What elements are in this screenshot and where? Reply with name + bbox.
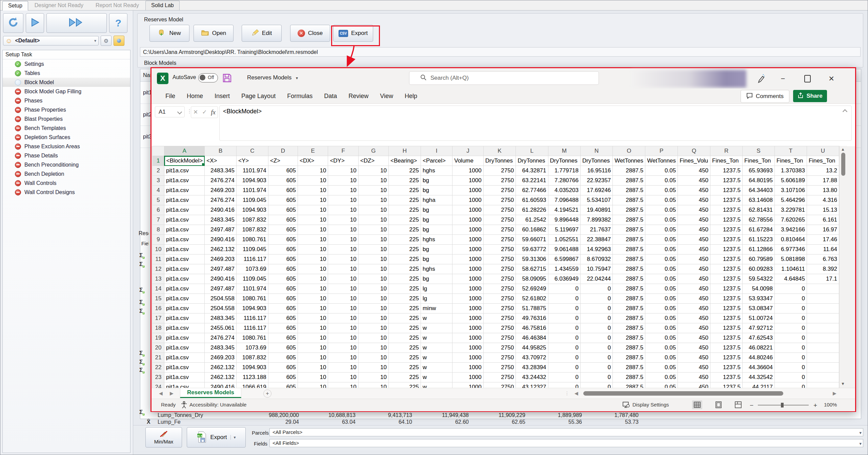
column-header-S[interactable]: S [743, 146, 775, 156]
cell-U22[interactable] [807, 363, 839, 373]
cell-S17[interactable]: 51.00724 [743, 314, 775, 323]
cell-G1[interactable]: <DZ> [358, 156, 388, 166]
cell-A16[interactable]: pit1a.csv [164, 304, 205, 314]
cell-A19[interactable]: pit1a.csv [164, 333, 205, 343]
column-header-N[interactable]: N [580, 146, 612, 156]
cell-C9[interactable]: 1080.761 [237, 235, 268, 245]
cell-U5[interactable]: 4.316 [807, 195, 839, 205]
cell-P13[interactable]: 0.05 [645, 274, 678, 284]
cell-O24[interactable]: 2887.5 [613, 382, 645, 388]
cell-F19[interactable]: 10 [328, 333, 358, 343]
cell-E15[interactable]: 10 [298, 294, 328, 304]
column-header-Q[interactable]: Q [678, 146, 710, 156]
cell-A10[interactable]: pit1a.csv [164, 245, 205, 254]
cell-K15[interactable]: 2750 [483, 294, 516, 304]
cell-E3[interactable]: 10 [298, 176, 328, 186]
cell-P8[interactable]: 0.05 [645, 225, 678, 235]
column-header-M[interactable]: M [548, 146, 580, 156]
splitter-icon[interactable]: ⋮ [565, 391, 569, 396]
cell-N5[interactable]: 5.534107 [580, 195, 612, 205]
cell-U6[interactable]: 15.13 [807, 205, 839, 215]
cell-I13[interactable]: bg [421, 274, 452, 284]
cell-K9[interactable]: 2750 [483, 235, 516, 245]
cell-L11[interactable]: 59.31306 [516, 254, 548, 264]
cell-E12[interactable]: 10 [298, 264, 328, 274]
zoom-level[interactable]: 100% [824, 402, 837, 407]
cell-T24[interactable]: 0 [774, 382, 807, 388]
cell-R20[interactable]: 1237.5 [710, 343, 743, 353]
cell-G5[interactable]: 10 [358, 195, 388, 205]
cell-S23[interactable]: 44.32542 [743, 373, 775, 382]
cell-U15[interactable] [807, 294, 839, 304]
cell-Q20[interactable]: 450 [678, 343, 710, 353]
comments-button[interactable]: Comments [741, 90, 789, 103]
cell-K17[interactable]: 2750 [483, 314, 516, 323]
cell-R2[interactable]: 1237.5 [710, 166, 743, 176]
cell-Q12[interactable]: 450 [678, 264, 710, 274]
row-header-11[interactable]: 11 [153, 254, 164, 264]
cell-U8[interactable]: 16.97 [807, 225, 839, 235]
cell-M7[interactable]: 9.896448 [548, 215, 580, 225]
cell-M3[interactable]: 7.280766 [548, 176, 580, 186]
cell-N6[interactable]: 19.40891 [580, 205, 612, 215]
cell-C15[interactable]: 1080.761 [237, 294, 268, 304]
cell-Q15[interactable]: 450 [678, 294, 710, 304]
ribbon-tab-insert[interactable]: Insert [209, 93, 236, 100]
cell-Q19[interactable]: 450 [678, 333, 710, 343]
cell-R7[interactable]: 1237.5 [710, 215, 743, 225]
cell-H7[interactable]: 225 [389, 215, 421, 225]
cell-N21[interactable]: 0 [580, 353, 612, 363]
cell-C7[interactable]: 1087.832 [237, 215, 268, 225]
cell-L16[interactable]: 51.78875 [516, 304, 548, 314]
ribbon-tab-view[interactable]: View [374, 93, 399, 100]
task-item-blast-properties[interactable]: Blast Properties [3, 114, 130, 124]
save-icon[interactable] [223, 74, 231, 84]
cell-C5[interactable]: 1109.045 [237, 195, 268, 205]
column-header-B[interactable]: B [205, 146, 237, 156]
row-header-14[interactable]: 14 [153, 284, 164, 294]
cell-Q8[interactable]: 450 [678, 225, 710, 235]
cell-L20[interactable]: 44.95825 [516, 343, 548, 353]
cell-T18[interactable]: 0 [774, 323, 807, 333]
cell-P1[interactable]: WetTonnes [645, 156, 678, 166]
cell-K16[interactable]: 2750 [483, 304, 516, 314]
cell-C14[interactable]: 1101.974 [237, 284, 268, 294]
cell-H20[interactable]: 225 [389, 343, 421, 353]
column-header-A[interactable]: A [164, 146, 205, 156]
cell-L14[interactable]: 52.69249 [516, 284, 548, 294]
cell-I8[interactable]: bg [421, 225, 452, 235]
cell-I20[interactable]: w [421, 343, 452, 353]
autosave-toggle[interactable]: Off [198, 73, 218, 82]
cell-R12[interactable]: 1237.5 [710, 264, 743, 274]
cell-L18[interactable]: 46.75816 [516, 323, 548, 333]
cell-T23[interactable]: 0 [774, 373, 807, 382]
cell-L10[interactable]: 59.63772 [516, 245, 548, 254]
cell-C21[interactable]: 1087.832 [237, 353, 268, 363]
cell-E1[interactable]: <DX> [298, 156, 328, 166]
cell-A18[interactable]: pit1a.csv [164, 323, 205, 333]
row-header-18[interactable]: 18 [153, 323, 164, 333]
cell-I16[interactable]: minw [421, 304, 452, 314]
cell-T20[interactable]: 0 [774, 343, 807, 353]
page-layout-view-button[interactable] [713, 400, 724, 409]
cell-O12[interactable]: 2887.5 [613, 264, 645, 274]
cell-G10[interactable]: 10 [358, 245, 388, 254]
cell-O10[interactable]: 2887.5 [613, 245, 645, 254]
help-button[interactable]: ? [109, 13, 127, 33]
cell-K7[interactable]: 2750 [483, 215, 516, 225]
cell-E14[interactable]: 10 [298, 284, 328, 294]
cell-F12[interactable]: 10 [328, 264, 358, 274]
cell-N7[interactable]: 7.899382 [580, 215, 612, 225]
cell-B14[interactable]: 2497.487 [205, 284, 237, 294]
cell-K18[interactable]: 2750 [483, 323, 516, 333]
cell-L17[interactable]: 49.76316 [516, 314, 548, 323]
ribbon-tab-help[interactable]: Help [399, 93, 423, 100]
close-window-button[interactable]: ✕ [825, 73, 838, 84]
task-item-wall-controls[interactable]: Wall Controls [3, 178, 130, 188]
cell-R17[interactable]: 1237.5 [710, 314, 743, 323]
cell-D1[interactable]: <Z> [268, 156, 298, 166]
cell-S21[interactable]: 44.80246 [743, 353, 775, 363]
cell-F22[interactable]: 10 [328, 363, 358, 373]
cell-Q4[interactable]: 450 [678, 186, 710, 195]
cell-O4[interactable]: 2887.5 [613, 186, 645, 195]
